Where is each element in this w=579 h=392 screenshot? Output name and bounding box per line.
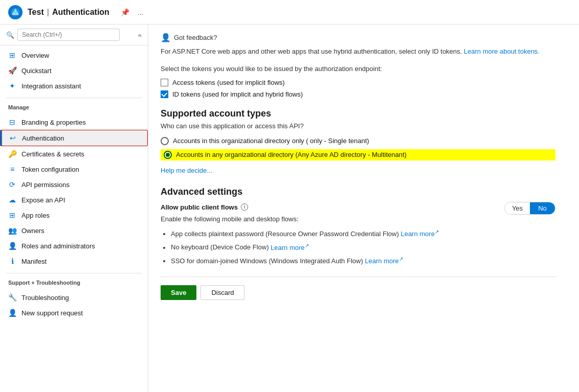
help-decide-link[interactable]: Help me decide... [161, 167, 212, 174]
divider-actions [161, 276, 555, 277]
advanced-title: Advanced settings [161, 187, 555, 197]
support-section-header: Support + Troubleshooting [0, 275, 148, 288]
collapse-icon[interactable]: « [138, 31, 142, 39]
flow-2-link[interactable]: Learn more↗ [365, 257, 403, 265]
no-button[interactable]: No [530, 202, 555, 214]
info-icon[interactable]: i [241, 203, 248, 211]
flow-1-link[interactable]: Learn more↗ [271, 244, 308, 251]
action-buttons: Save Discard [161, 285, 555, 300]
feedback-bar: 👤 Got feedback? [161, 33, 555, 42]
yes-no-toggle: Yes No [504, 202, 555, 215]
owners-label: Owners [21, 227, 44, 235]
sidebar-item-roles[interactable]: 👤 Roles and administrators [0, 238, 148, 253]
multitenant-radio[interactable] [164, 151, 172, 159]
roles-icon: 👤 [8, 242, 16, 250]
sidebar-item-authentication[interactable]: ↩ Authentication [0, 130, 148, 146]
nav-top-section: ⊞ Overview 🚀 Quickstart ✦ Integration as… [0, 45, 148, 96]
sidebar-item-permissions[interactable]: ⟳ API permissions [0, 177, 148, 192]
top-bar: Test | Authentication 📌 ... [0, 0, 579, 25]
single-tenant-label: Accounts in this organizational director… [173, 137, 369, 145]
support-label: New support request [21, 309, 83, 317]
allow-public-text: Allow public client flows [161, 203, 238, 211]
overview-label: Overview [21, 52, 49, 59]
id-token-item[interactable]: ID tokens (used for implicit and hybrid … [161, 90, 555, 98]
title-separator: | [47, 8, 49, 17]
sidebar-item-branding[interactable]: ⊟ Branding & properties [0, 114, 148, 130]
owners-icon: 👥 [8, 226, 16, 235]
flow-item-0: App collects plaintext password (Resourc… [171, 228, 555, 239]
access-token-checkbox[interactable] [161, 79, 168, 86]
approles-label: App roles [21, 212, 50, 219]
sidebar-item-quickstart[interactable]: 🚀 Quickstart [0, 63, 148, 78]
sidebar-item-overview[interactable]: ⊞ Overview [0, 48, 148, 63]
quickstart-icon: 🚀 [8, 66, 16, 75]
sidebar-item-expose[interactable]: ☁ Expose an API [0, 192, 148, 207]
discard-button[interactable]: Discard [201, 285, 244, 300]
sidebar-item-approles[interactable]: ⊞ App roles [0, 207, 148, 223]
info-text-content: For ASP.NET Core web apps and other web … [161, 48, 462, 55]
divider-manage [6, 98, 142, 98]
flow-0-link-label: Learn more [400, 230, 434, 238]
sidebar-item-owners[interactable]: 👥 Owners [0, 223, 148, 238]
ext-link-icon-1: ↗ [305, 242, 309, 248]
auth-label: Authentication [22, 134, 64, 142]
flow-item-1: No keyboard (Device Code Flow) Learn mor… [171, 241, 555, 252]
search-input[interactable] [17, 29, 120, 41]
sidebar-item-support[interactable]: 👤 New support request [0, 305, 148, 320]
sidebar-item-certs[interactable]: 🔑 Certificates & secrets [0, 146, 148, 162]
save-button[interactable]: Save [161, 285, 196, 300]
id-token-checkbox[interactable] [161, 90, 168, 98]
app-name: Test [28, 8, 44, 17]
flow-0-link[interactable]: Learn more↗ [400, 230, 438, 238]
yes-button[interactable]: Yes [505, 202, 530, 214]
allow-public-row: Allow public client flows i Yes No [161, 203, 555, 211]
integration-icon: ✦ [8, 82, 16, 90]
branding-label: Branding & properties [21, 119, 86, 126]
sidebar-item-troubleshooting[interactable]: 🔧 Troubleshooting [0, 290, 148, 305]
quickstart-label: Quickstart [21, 67, 52, 75]
id-token-label: ID tokens (used for implicit and hybrid … [172, 90, 303, 98]
certs-label: Certificates & secrets [21, 150, 84, 158]
more-icon[interactable]: ... [136, 7, 146, 17]
branding-icon: ⊟ [8, 118, 16, 126]
sidebar-item-token[interactable]: ≡ Token configuration [0, 162, 148, 177]
search-bar: 🔍 « [0, 25, 148, 45]
token-label-nav: Token configuration [21, 166, 79, 173]
feedback-label: Got feedback? [174, 34, 217, 41]
single-tenant-radio[interactable] [161, 137, 169, 145]
learn-more-link[interactable]: Learn more about tokens. [464, 48, 540, 55]
allow-public-label: Allow public client flows i [161, 203, 555, 211]
flow-1-link-label: Learn more [271, 244, 304, 251]
manage-section-header: Manage [0, 100, 148, 112]
overview-icon: ⊞ [8, 51, 16, 59]
account-type-radios: Accounts in this organizational director… [161, 137, 555, 160]
enable-text: Enable the following mobile and desktop … [161, 215, 555, 223]
feedback-icon: 👤 [161, 33, 171, 42]
sidebar-item-manifest[interactable]: ℹ Manifest [0, 253, 148, 269]
app-logo [8, 5, 23, 19]
pin-icon[interactable]: 📌 [119, 7, 131, 17]
troubleshooting-label: Troubleshooting [21, 294, 69, 302]
access-token-item[interactable]: Access tokens (used for implicit flows) [161, 79, 555, 86]
flow-2-link-label: Learn more [365, 257, 398, 265]
sidebar: 🔍 « ⊞ Overview 🚀 Quickstart ✦ Integratio… [0, 25, 148, 392]
expose-label: Expose an API [21, 196, 65, 204]
token-label: Select the tokens you would like to be i… [161, 65, 555, 73]
manage-section: ⊟ Branding & properties ↩ Authentication… [0, 112, 148, 271]
multitenant-item[interactable]: Accounts in any organizational directory… [161, 149, 555, 160]
flows-list: App collects plaintext password (Resourc… [161, 228, 555, 266]
sidebar-item-integration[interactable]: ✦ Integration assistant [0, 78, 148, 94]
access-token-label: Access tokens (used for implicit flows) [172, 79, 285, 86]
token-icon: ≡ [8, 165, 16, 173]
flow-item-2: SSO for domain-joined Windows (Windows I… [171, 255, 555, 266]
expose-icon: ☁ [8, 196, 16, 204]
single-tenant-item[interactable]: Accounts in this organizational director… [161, 137, 555, 145]
supported-types-title: Supported account types [161, 108, 555, 119]
flow-0-text: App collects plaintext password (Resourc… [171, 230, 399, 238]
multitenant-label: Accounts in any organizational directory… [176, 151, 407, 158]
key-icon: 🔑 [8, 150, 16, 158]
auth-title: Authentication [52, 8, 109, 17]
content-inner: 👤 Got feedback? For ASP.NET Core web app… [148, 25, 568, 312]
divider-support [6, 273, 142, 273]
page-title: Test | Authentication [28, 8, 109, 17]
